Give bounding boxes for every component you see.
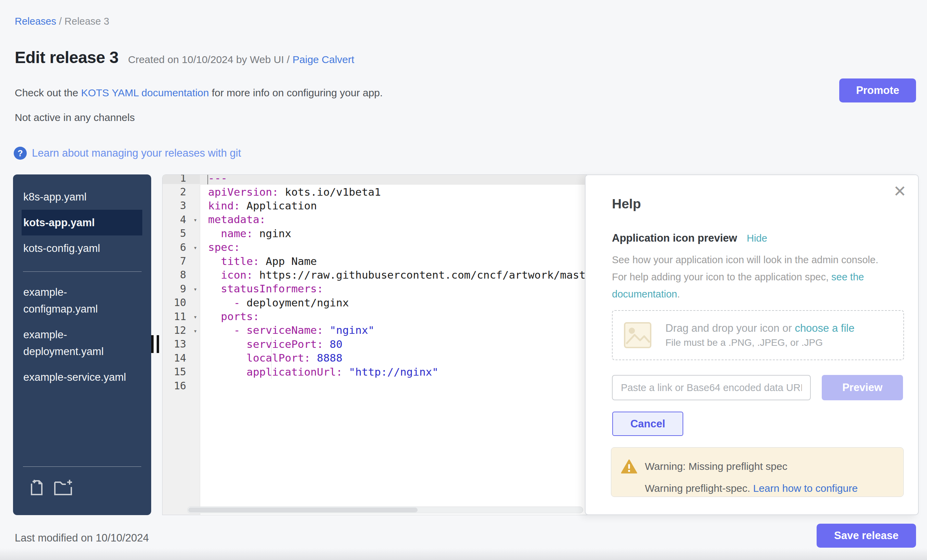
promote-button[interactable]: Promote: [839, 79, 916, 102]
code-line: 12▾ - serviceName: "nginx": [163, 323, 587, 337]
title-row: Edit release 3 Created on 10/10/2024 by …: [15, 48, 354, 67]
page-bottom-fade: [0, 548, 927, 560]
line-number: 2: [163, 186, 200, 198]
sidebar-file-item[interactable]: kots-app.yaml: [21, 210, 142, 235]
channel-status: Not active in any channels: [15, 112, 135, 123]
code-line: 10 - deployment/nginx: [163, 296, 587, 310]
code-line-text: ---: [200, 175, 587, 185]
breadcrumb-releases-link[interactable]: Releases: [15, 16, 56, 27]
sidebar-file-item[interactable]: k8s-app.yaml: [21, 184, 142, 210]
author-link[interactable]: Paige Calvert: [292, 54, 354, 65]
line-number: 9▾: [163, 283, 200, 295]
breadcrumb: Releases / Release 3: [15, 16, 109, 27]
icon-dropzone[interactable]: Drag and drop your icon or choose a file…: [612, 310, 904, 360]
line-number: 13: [163, 338, 200, 350]
icon-url-input[interactable]: [612, 375, 811, 400]
fold-arrow-icon[interactable]: ▾: [193, 327, 197, 334]
sidebar-file-item[interactable]: kots-config.yaml: [21, 235, 142, 261]
fold-arrow-icon[interactable]: ▾: [193, 313, 197, 320]
line-number: 16: [163, 380, 200, 392]
choose-file-link[interactable]: choose a file: [795, 322, 854, 334]
code-line: 15 applicationUrl: "http://nginx": [163, 365, 587, 378]
code-line-text: apiVersion: kots.io/v1beta1: [200, 185, 587, 199]
close-icon[interactable]: ✕: [893, 184, 906, 199]
git-help-label: Learn about managing your releases with …: [32, 147, 241, 159]
indent-guide: [271, 365, 272, 378]
cancel-button[interactable]: Cancel: [612, 411, 683, 436]
code-line-text: kind: Application: [200, 199, 587, 212]
line-number: 14: [163, 352, 200, 364]
sidebar-file-item[interactable]: example-configmap.yaml: [21, 279, 142, 322]
kots-docs-link[interactable]: KOTS YAML documentation: [81, 87, 209, 99]
code-line-text: - deployment/nginx: [200, 296, 587, 310]
line-number: 15: [163, 366, 200, 378]
code-line: 14 localPort: 8888: [163, 351, 587, 365]
warning-detail: Warning preflight-spec. Learn how to con…: [645, 483, 858, 494]
release-editor-page: Releases / Release 3 Edit release 3 Crea…: [0, 0, 927, 560]
indent-guide: [271, 351, 272, 365]
new-file-icon[interactable]: [29, 479, 44, 496]
sidebar-divider: [23, 272, 141, 272]
editor-horizontal-scrollbar[interactable]: [187, 507, 583, 513]
preflight-warning: Warning: Missing preflight spec Warning …: [611, 447, 904, 497]
code-line: 7 title: App Name: [163, 254, 587, 268]
save-release-button[interactable]: Save release: [817, 524, 916, 548]
warning-triangle-icon: [621, 459, 637, 474]
indent-guide: [271, 337, 272, 351]
code-line: 1---: [163, 175, 587, 185]
sidebar-footer-divider: [23, 466, 141, 467]
line-number: 11▾: [163, 311, 200, 322]
image-placeholder-icon: [624, 322, 652, 349]
icon-preview-description: See how your application icon will look …: [612, 251, 879, 303]
icon-preview-section-header: Application icon preview Hide: [612, 232, 767, 244]
code-line: 5 name: nginx: [163, 226, 587, 240]
new-folder-icon[interactable]: [53, 479, 73, 496]
line-number: 12▾: [163, 324, 200, 336]
warning-title: Warning: Missing preflight spec: [645, 461, 787, 472]
code-line: 8 icon: https://raw.githubusercontent.co…: [163, 268, 587, 282]
breadcrumb-separator: /: [59, 16, 64, 27]
line-number: 1: [163, 175, 200, 184]
code-line-text: ports:: [200, 310, 587, 323]
editor-resize-grip-left[interactable]: [151, 335, 161, 353]
code-line: 2apiVersion: kots.io/v1beta1: [163, 185, 587, 199]
code-line: 4▾metadata:: [163, 212, 587, 226]
code-line-text: icon: https://raw.githubusercontent.com/…: [200, 268, 587, 282]
hide-link[interactable]: Hide: [747, 233, 767, 244]
code-line: 9▾ statusInformers:: [163, 282, 587, 296]
line-number: 10: [163, 296, 200, 308]
code-line-text: applicationUrl: "http://nginx": [200, 365, 587, 378]
line-number: 8: [163, 269, 200, 281]
breadcrumb-current: Release 3: [64, 16, 109, 27]
code-body[interactable]: 1---2apiVersion: kots.io/v1beta13kind: A…: [163, 175, 587, 392]
file-sidebar: k8s-app.yamlkots-app.yamlkots-config.yam…: [13, 175, 151, 515]
line-number: 3: [163, 199, 200, 211]
dropzone-text: Drag and drop your icon or choose a file…: [666, 322, 854, 348]
help-panel-title: Help: [612, 196, 641, 211]
fold-arrow-icon[interactable]: ▾: [193, 244, 197, 251]
code-line-text: spec:: [200, 240, 587, 254]
page-title: Edit release 3: [15, 48, 119, 67]
line-number: 6▾: [163, 241, 200, 253]
line-number: 7: [163, 255, 200, 267]
line-number: 5: [163, 227, 200, 239]
code-line-text: metadata:: [200, 212, 587, 226]
fold-arrow-icon[interactable]: ▾: [193, 285, 197, 293]
code-line-text: statusInformers:: [200, 282, 587, 296]
intro-line: Check out the KOTS YAML documentation fo…: [15, 87, 383, 99]
code-line: 13 servicePort: 80: [163, 337, 587, 351]
code-line: 16: [163, 379, 587, 392]
sidebar-file-item[interactable]: example-deployment.yaml: [21, 322, 142, 364]
configure-preflight-link[interactable]: Learn how to configure: [753, 483, 858, 494]
code-line-text: name: nginx: [200, 226, 587, 240]
preview-button[interactable]: Preview: [822, 375, 903, 400]
sidebar-file-item[interactable]: example-service.yaml: [21, 364, 142, 390]
file-list: k8s-app.yamlkots-app.yamlkots-config.yam…: [13, 175, 151, 390]
help-panel: ✕ Help Application icon preview Hide See…: [585, 175, 919, 515]
fold-arrow-icon[interactable]: ▾: [193, 216, 197, 223]
yaml-editor[interactable]: 1---2apiVersion: kots.io/v1beta13kind: A…: [162, 175, 587, 515]
help-circle-icon: ?: [14, 147, 27, 160]
code-line-text: - serviceName: "nginx": [200, 323, 587, 337]
dropzone-filetypes: File must be a .PNG, .JPEG, or .JPG: [666, 337, 854, 348]
git-help-link[interactable]: ? Learn about managing your releases wit…: [14, 147, 241, 160]
